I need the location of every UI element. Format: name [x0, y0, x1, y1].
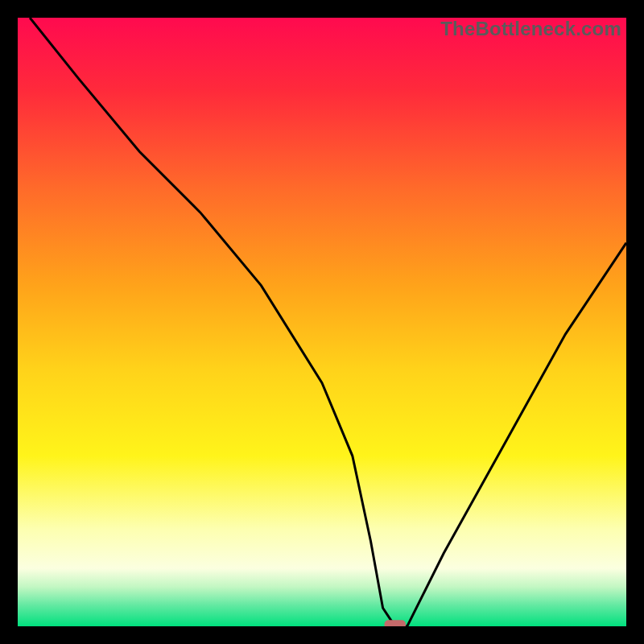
- gradient-background: [18, 18, 626, 626]
- optimal-point-marker: [385, 620, 407, 626]
- watermark-text: TheBottleneck.com: [440, 18, 621, 40]
- chart-frame: TheBottleneck.com: [0, 0, 644, 644]
- plot-svg: [18, 18, 626, 626]
- plot-area: TheBottleneck.com: [18, 18, 626, 626]
